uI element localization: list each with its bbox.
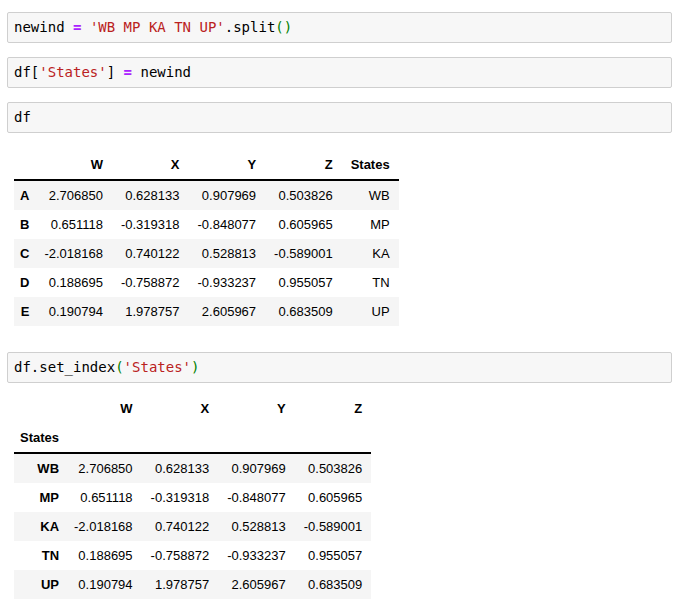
table-row: WB 2.706850 0.628133 0.907969 0.503826 (14, 453, 371, 483)
table-cell: -2.018168 (35, 239, 112, 268)
code-text: df['States'] = newind (14, 63, 663, 82)
table-cell: -0.589001 (295, 512, 372, 541)
empty-header-cell (65, 423, 142, 453)
row-index: B (14, 210, 35, 239)
code-cell-newind-split[interactable]: newind = 'WB MP KA TN UP'.split() (7, 12, 672, 43)
table-cell: 0.503826 (265, 180, 342, 210)
column-header-x: X (142, 394, 219, 423)
table-cell: 0.528813 (218, 512, 295, 541)
table-cell: 0.605965 (295, 483, 372, 512)
table-row: MP 0.651118 -0.319318 -0.848077 0.605965 (14, 483, 371, 512)
table-row: TN 0.188695 -0.758872 -0.933237 0.955057 (14, 541, 371, 570)
table-cell: 0.651118 (65, 483, 142, 512)
row-index: A (14, 180, 35, 210)
table-row: KA -2.018168 0.740122 0.528813 -0.589001 (14, 512, 371, 541)
paren-token: ) (191, 359, 199, 375)
table-cell: UP (342, 297, 399, 326)
operator-token: = (124, 64, 132, 80)
table-cell: 0.190794 (35, 297, 112, 326)
table-cell: 0.651118 (35, 210, 112, 239)
row-index: D (14, 268, 35, 297)
code-token: df.set_index (14, 359, 115, 375)
table-cell: 0.628133 (112, 180, 189, 210)
dataframe-table-1: W X Y Z States A 2.706850 0.628133 0.907… (14, 150, 399, 326)
code-token: df (14, 109, 31, 125)
table-row: E 0.190794 1.978757 2.605967 0.683509 UP (14, 297, 399, 326)
table-row: C -2.018168 0.740122 0.528813 -0.589001 … (14, 239, 399, 268)
table-cell: 0.955057 (295, 541, 372, 570)
dataframe-output-2: W X Y Z States WB 2.706850 0.628133 (14, 394, 675, 599)
header-row: W X Y Z States (14, 150, 399, 180)
string-token: 'WB MP KA TN UP' (90, 19, 225, 35)
table-cell: -0.933237 (189, 268, 266, 297)
table-cell: 0.683509 (265, 297, 342, 326)
table-cell: -0.848077 (189, 210, 266, 239)
column-header-w: W (35, 150, 112, 180)
table-body: WB 2.706850 0.628133 0.907969 0.503826 M… (14, 453, 371, 599)
table-cell: MP (342, 210, 399, 239)
string-token: 'States' (39, 64, 106, 80)
column-header-states: States (342, 150, 399, 180)
table-cell: 2.605967 (218, 570, 295, 599)
table-cell: 0.190794 (65, 570, 142, 599)
table-cell: 0.740122 (142, 512, 219, 541)
table-row: B 0.651118 -0.319318 -0.848077 0.605965 … (14, 210, 399, 239)
dataframe-table-2: W X Y Z States WB 2.706850 0.628133 (14, 394, 371, 599)
table-cell: 0.907969 (218, 453, 295, 483)
row-index: TN (14, 541, 65, 570)
column-header-z: Z (265, 150, 342, 180)
table-cell: -0.758872 (142, 541, 219, 570)
index-name-label: States (14, 423, 65, 453)
code-token: df[ (14, 64, 39, 80)
table-cell: KA (342, 239, 399, 268)
empty-header-cell (295, 423, 372, 453)
code-text: df.set_index('States') (14, 358, 663, 377)
table-cell: 0.503826 (295, 453, 372, 483)
paren-token: ( (115, 359, 123, 375)
table-cell: -0.319318 (142, 483, 219, 512)
table-cell: -0.589001 (265, 239, 342, 268)
empty-header-cell (14, 394, 65, 423)
code-token: newind (14, 19, 73, 35)
table-header: W X Y Z States (14, 394, 371, 453)
row-index: UP (14, 570, 65, 599)
table-row: A 2.706850 0.628133 0.907969 0.503826 WB (14, 180, 399, 210)
table-cell: 0.188695 (65, 541, 142, 570)
column-header-x: X (112, 150, 189, 180)
table-cell: 0.528813 (189, 239, 266, 268)
table-cell: 0.628133 (142, 453, 219, 483)
header-row: W X Y Z (14, 394, 371, 423)
table-cell: 1.978757 (112, 297, 189, 326)
column-header-y: Y (218, 394, 295, 423)
table-body: A 2.706850 0.628133 0.907969 0.503826 WB… (14, 180, 399, 326)
table-row: UP 0.190794 1.978757 2.605967 0.683509 (14, 570, 371, 599)
table-cell: 0.907969 (189, 180, 266, 210)
code-cell-set-index[interactable]: df.set_index('States') (7, 352, 672, 383)
code-cell-df[interactable]: df (7, 102, 672, 133)
code-token: ] (107, 64, 124, 80)
table-cell: 1.978757 (142, 570, 219, 599)
notebook: newind = 'WB MP KA TN UP'.split() df['St… (0, 12, 675, 599)
row-index: KA (14, 512, 65, 541)
table-cell: 2.706850 (65, 453, 142, 483)
table-cell: 0.605965 (265, 210, 342, 239)
table-cell: 0.955057 (265, 268, 342, 297)
table-cell: 2.706850 (35, 180, 112, 210)
index-name-row: States (14, 423, 371, 453)
column-header-z: Z (295, 394, 372, 423)
empty-header-cell (218, 423, 295, 453)
table-cell: WB (342, 180, 399, 210)
table-cell: 0.188695 (35, 268, 112, 297)
code-token (81, 19, 89, 35)
table-cell: -0.848077 (218, 483, 295, 512)
row-index: C (14, 239, 35, 268)
row-index: E (14, 297, 35, 326)
code-cell-assign-states[interactable]: df['States'] = newind (7, 57, 672, 88)
column-header-w: W (65, 394, 142, 423)
code-text: df (14, 108, 663, 127)
code-token: .split (225, 19, 276, 35)
table-cell: 2.605967 (189, 297, 266, 326)
table-cell: -2.018168 (65, 512, 142, 541)
paren-token: () (275, 19, 292, 35)
table-cell: -0.933237 (218, 541, 295, 570)
